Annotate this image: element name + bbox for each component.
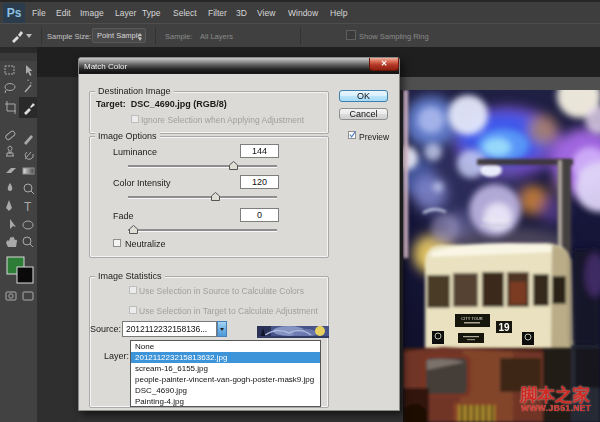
svg-text:CITY TOUR: CITY TOUR [461, 316, 482, 321]
svg-text:T: T [24, 200, 32, 214]
svg-text:19: 19 [498, 322, 510, 333]
